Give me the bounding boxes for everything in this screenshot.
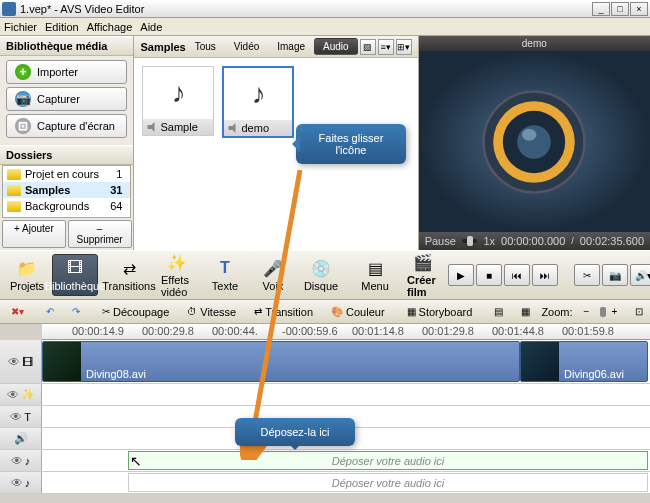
- projects-icon: 📁: [15, 258, 39, 278]
- preview-scrubber[interactable]: [462, 239, 478, 243]
- camera-icon: 📷: [15, 91, 31, 107]
- menu-button[interactable]: ▤Menu: [352, 254, 398, 296]
- filter-video[interactable]: Vidéo: [225, 38, 268, 55]
- audio-drop-zone[interactable]: Déposer votre audio ici: [128, 473, 648, 492]
- filter-image[interactable]: Image: [268, 38, 314, 55]
- create-movie-button[interactable]: 🎬Créer film: [400, 248, 446, 302]
- sort-button[interactable]: ≡▾: [378, 39, 394, 55]
- color-button[interactable]: 🎨Couleur: [324, 303, 392, 321]
- film-icon: 🎞: [22, 356, 33, 368]
- audio-track-1[interactable]: 👁♪ Déposer votre audio ici ↖: [0, 450, 650, 472]
- speed-button[interactable]: ⏱Vitesse: [180, 303, 243, 321]
- speaker-icon: 🔊: [14, 432, 28, 445]
- split-button[interactable]: ✂: [574, 264, 600, 286]
- projects-button[interactable]: 📁Projets: [4, 254, 50, 296]
- import-button[interactable]: + Importer: [6, 60, 127, 84]
- eye-icon[interactable]: 👁: [11, 454, 23, 468]
- filter-all[interactable]: Tous: [186, 38, 225, 55]
- add-folder-button[interactable]: + Ajouter: [2, 220, 66, 248]
- folder-icon: [7, 185, 21, 196]
- media-library-panel: Bibliothèque média + Importer 📷 Capturer…: [0, 36, 133, 250]
- redo-button[interactable]: ↷: [65, 303, 87, 320]
- sample-item[interactable]: ♪ Sample: [142, 66, 214, 136]
- transitions-button[interactable]: ⇄Transitions: [106, 254, 152, 296]
- sample-item[interactable]: ♪ demo: [222, 66, 294, 138]
- timeline-view-a[interactable]: ▤: [487, 303, 510, 320]
- view-button[interactable]: ⊞▾: [396, 39, 412, 55]
- eye-icon[interactable]: 👁: [7, 388, 19, 402]
- effects-icon: ✨: [165, 252, 189, 272]
- folder-row[interactable]: Samples 31: [3, 182, 130, 198]
- menu-file[interactable]: Fichier: [4, 21, 37, 33]
- prev-button[interactable]: ⏮: [504, 264, 530, 286]
- effects-track[interactable]: 👁✨: [0, 384, 650, 406]
- text-button[interactable]: TTexte: [202, 254, 248, 296]
- callout-drop: Déposez-la ici: [235, 418, 355, 446]
- play-button[interactable]: ▶: [448, 264, 474, 286]
- menu-help[interactable]: Aide: [140, 21, 162, 33]
- fx-icon: ✨: [21, 388, 35, 401]
- timeline-view-b[interactable]: ▦: [514, 303, 537, 320]
- plus-icon: +: [15, 64, 31, 80]
- zoom-label: Zoom:: [541, 306, 572, 318]
- library-icon: 🎞: [63, 258, 87, 278]
- transition-edit-button[interactable]: ⇄Transition: [247, 303, 320, 321]
- eye-icon[interactable]: 👁: [11, 476, 23, 490]
- capture-button[interactable]: 📷 Capturer: [6, 87, 127, 111]
- eye-icon[interactable]: 👁: [10, 410, 22, 424]
- mic-icon: 🎤: [261, 258, 285, 278]
- storyboard-button[interactable]: ▦Storyboard: [400, 303, 480, 321]
- svg-point-3: [518, 125, 552, 159]
- snapshot-button[interactable]: 📷: [602, 264, 628, 286]
- screen-capture-button[interactable]: ⊡ Capture d'écran: [6, 114, 127, 138]
- stop-button[interactable]: ■: [476, 264, 502, 286]
- folder-row[interactable]: Projet en cours 1: [3, 166, 130, 182]
- preview-duration: 00:02:35.600: [580, 235, 644, 247]
- screen-icon: ⊡: [15, 118, 31, 134]
- text-icon: T: [24, 411, 31, 423]
- video-clip[interactable]: Diving06.avi: [520, 341, 648, 382]
- filter-audio[interactable]: Audio: [314, 38, 358, 55]
- zoom-fit-button[interactable]: ⊡: [628, 303, 650, 320]
- zoom-in-button[interactable]: +: [604, 303, 624, 320]
- audio-track-2[interactable]: 👁♪ Déposer votre audio ici: [0, 472, 650, 494]
- zoom-out-button[interactable]: −: [577, 303, 597, 320]
- text-icon: T: [213, 258, 237, 278]
- close-button[interactable]: ×: [630, 2, 648, 16]
- export-icon: 🎬: [411, 252, 435, 272]
- window-title: 1.vep* - AVS Video Editor: [20, 3, 592, 15]
- preview-title: demo: [419, 36, 650, 51]
- voice-button[interactable]: 🎤Voix: [250, 254, 296, 296]
- timeline-ruler[interactable]: 00:00:14.9 00:00:29.8 00:00:44. -00:00:5…: [42, 324, 650, 340]
- video-clip[interactable]: Diving08.avi: [42, 341, 520, 382]
- volume-button[interactable]: 🔊▾: [630, 264, 650, 286]
- maximize-button[interactable]: □: [611, 2, 629, 16]
- sound-icon: [147, 122, 157, 132]
- delete-folder-button[interactable]: – Supprimer: [68, 220, 132, 248]
- svg-point-4: [522, 128, 536, 140]
- video-track[interactable]: 👁🎞 Diving08.avi Diving06.avi: [0, 340, 650, 384]
- minimize-button[interactable]: _: [592, 2, 610, 16]
- folders-header: Dossiers: [0, 145, 133, 165]
- samples-header: Samples: [140, 41, 185, 53]
- menu-icon: ▤: [363, 258, 387, 278]
- filter-colors[interactable]: ▧: [360, 39, 376, 55]
- effects-button[interactable]: ✨Effets vidéo: [154, 248, 200, 302]
- app-icon: [2, 2, 16, 16]
- delete-clip-button[interactable]: ✖▾: [4, 303, 31, 320]
- menu-view[interactable]: Affichage: [87, 21, 133, 33]
- folder-row[interactable]: Backgrounds 64: [3, 198, 130, 214]
- audio-drop-zone[interactable]: Déposer votre audio ici: [128, 451, 648, 470]
- preview-area[interactable]: [419, 51, 650, 232]
- menu-edit[interactable]: Edition: [45, 21, 79, 33]
- undo-button[interactable]: ↶: [39, 303, 61, 320]
- disc-button[interactable]: 💿Disque: [298, 254, 344, 296]
- eye-icon[interactable]: 👁: [8, 355, 20, 369]
- main-toolbar: 📁Projets 🎞Bibliothèque ⇄Transitions ✨Eff…: [0, 250, 650, 300]
- library-button[interactable]: 🎞Bibliothèque: [52, 254, 98, 296]
- trim-button[interactable]: ✂Découpage: [95, 303, 176, 321]
- transitions-icon: ⇄: [117, 258, 141, 278]
- next-button[interactable]: ⏭: [532, 264, 558, 286]
- folder-icon: [7, 169, 21, 180]
- audio-icon: ♪: [25, 455, 31, 467]
